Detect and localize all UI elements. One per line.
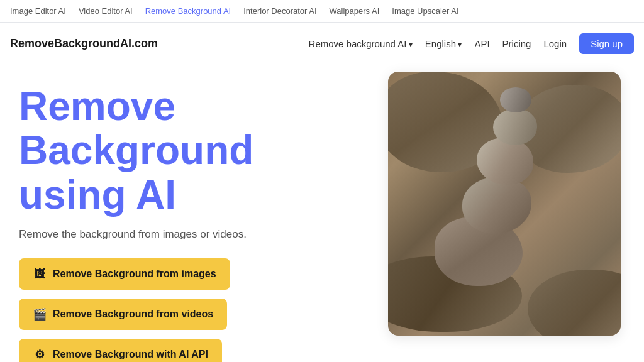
top-nav-item-video-editor[interactable]: Video Editor AI [79, 6, 133, 16]
rocks-background [388, 72, 621, 336]
hero-section: Remove Background using AI Remove the ba… [0, 65, 644, 362]
hero-right [365, 65, 644, 362]
hero-title-line2: Background [19, 128, 253, 173]
image-icon: 🖼 [33, 267, 47, 281]
rock-middle [462, 177, 531, 234]
api-icon: ⚙ [33, 348, 47, 361]
nav-pricing[interactable]: Pricing [502, 38, 531, 49]
cta-images-button[interactable]: 🖼 Remove Background from images [19, 258, 230, 290]
hero-subtitle: Remove the background from images or vid… [19, 228, 346, 241]
top-nav-item-upscaler[interactable]: Image Upscaler AI [392, 6, 458, 16]
top-nav-items: Image Editor AI Video Editor AI Remove B… [10, 6, 459, 16]
rock-top [500, 87, 531, 112]
hero-left: Remove Background using AI Remove the ba… [0, 65, 365, 362]
cta-third-label: Remove Background with AI API [53, 349, 208, 360]
nav-english[interactable]: English [425, 38, 462, 49]
top-nav: Image Editor AI Video Editor AI Remove B… [0, 0, 644, 23]
login-button[interactable]: Login [543, 38, 567, 49]
main-nav-items: Remove background AI English API Pricing… [309, 33, 634, 54]
cta-images-label: Remove Background from images [53, 268, 216, 280]
cta-videos-button[interactable]: 🎬 Remove Background from videos [19, 299, 227, 330]
top-nav-item-image-editor[interactable]: Image Editor AI [10, 6, 66, 16]
top-nav-item-interior[interactable]: Interior Decorator AI [243, 6, 316, 16]
nav-remove-bg[interactable]: Remove background AI [309, 38, 413, 49]
cta-videos-label: Remove Background from videos [53, 309, 213, 320]
nav-api[interactable]: API [474, 38, 489, 49]
rock-upper [477, 138, 533, 185]
main-nav: RemoveBackgroundAI.com Remove background… [0, 23, 644, 65]
rock-near-top [493, 109, 537, 145]
hero-title: Remove Background using AI [19, 84, 346, 217]
top-nav-item-remove-bg[interactable]: Remove Background AI [145, 6, 231, 16]
cta-api-button[interactable]: ⚙ Remove Background with AI API [19, 339, 222, 362]
brand-logo[interactable]: RemoveBackgroundAI.com [10, 37, 158, 50]
hero-title-line1: Remove [19, 84, 175, 129]
signup-button[interactable]: Sign up [579, 33, 634, 54]
top-nav-item-wallpapers[interactable]: Wallpapers AI [330, 6, 380, 16]
hero-image-card [388, 72, 621, 336]
rock-bg-4 [528, 270, 621, 336]
hero-title-line3: using AI [19, 172, 176, 217]
video-icon: 🎬 [33, 307, 47, 321]
